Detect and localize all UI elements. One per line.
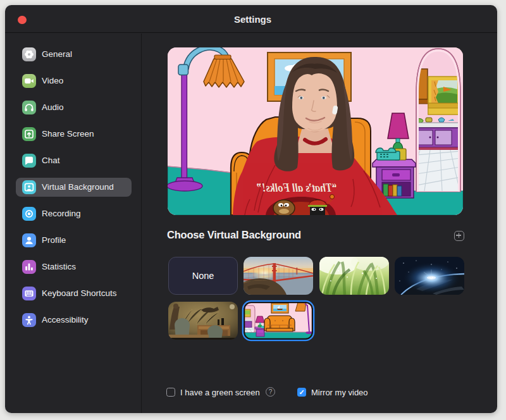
svg-text:“That’s all Folks!”: “That’s all Folks!” (257, 182, 337, 194)
